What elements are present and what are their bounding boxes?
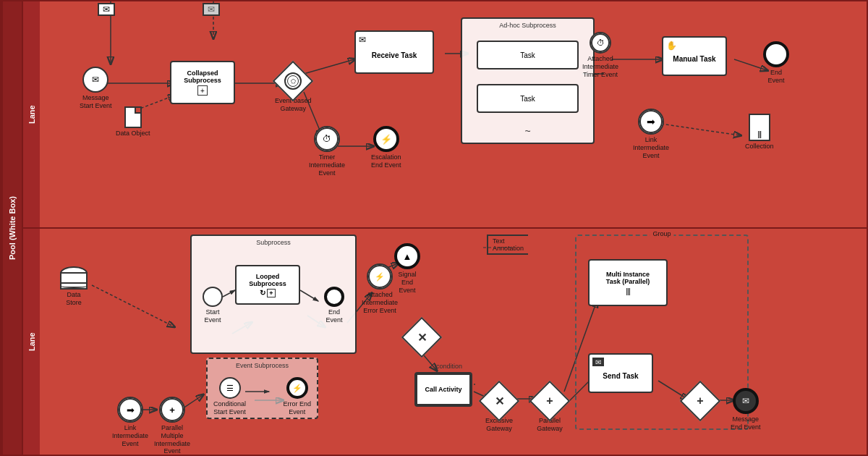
exclusive-gateway-2: ✕ ExclusiveGateway — [485, 387, 514, 433]
data-object: Data Object — [116, 106, 150, 138]
message-end-event: ✉ MessageEnd Event — [731, 388, 761, 431]
manual-task: ✋ Manual Task — [662, 36, 727, 76]
event-subprocess-box: Event Subprocess ☰ ConditionalStart Even… — [206, 358, 318, 419]
multi-instance-task: Multi InstanceTask (Parallel) ||| — [588, 259, 668, 306]
send-task: ✉ Send Task — [588, 353, 653, 393]
data-store: DataStore — [60, 266, 88, 307]
adhoc-subprocess-title: Ad-hoc Subprocess — [462, 22, 593, 29]
svg-line-11 — [734, 59, 767, 70]
collection: ||| Collection — [745, 114, 774, 151]
link-intermediate-event-left: ➡ LinkIntermediateEvent — [112, 397, 148, 447]
lane-1: Lane — [22, 1, 867, 229]
escalation-end-event: ⚡ EscalationEnd Event — [371, 126, 401, 169]
lane1-connectors — [40, 1, 867, 227]
pool-content: Lane — [22, 1, 867, 455]
message-flow-icon-1: ✉ — [98, 3, 115, 16]
attached-error-event: ⚡ AttachedIntermediateError Event — [362, 263, 398, 314]
lane-1-content: ✉ ✉ ✉ MessageStart Event Data Object — [40, 1, 867, 227]
call-activity: Call Activity — [414, 372, 472, 407]
pool: Pool (White Box) Lane — [0, 0, 868, 456]
message-flow-icon-2: ✉ — [203, 3, 220, 16]
parallel-gateway: + ParallelGateway — [535, 387, 564, 433]
svg-line-29 — [223, 290, 235, 297]
exclusive-gateway-1: ✕ — [407, 323, 436, 352]
parallel-multiple-intermediate: + ParallelMultipleIntermediateEvent — [154, 397, 190, 455]
parallel-gateway-2: + — [686, 387, 715, 415]
lane-2: Lane — [22, 229, 867, 455]
subprocess-title: Subprocess — [192, 239, 355, 246]
link-intermediate-event-r: ➡ LinkIntermediateEvent — [633, 109, 669, 159]
subprocess-box: Subprocess StartEvent LoopedSubprocess ↻… — [190, 235, 357, 354]
end-event: EndEvent — [763, 41, 789, 85]
lane-2-label: Lane — [22, 229, 40, 455]
event-based-gateway: ⬠ Event-basedGateway — [275, 67, 312, 113]
receive-task: ✉ Receive Task — [354, 30, 434, 74]
event-subprocess-title: Event Subprocess — [208, 362, 317, 369]
svg-line-30 — [300, 290, 318, 301]
condition-label: condition — [436, 363, 462, 370]
adhoc-subprocess: Ad-hoc Subprocess Task Task ~ — [461, 17, 595, 144]
collapsed-subprocess: CollapsedSubprocess + — [170, 61, 235, 104]
group-title: Group — [650, 230, 673, 237]
timer-intermediate-event: ⏱ TimerIntermediateEvent — [309, 126, 345, 177]
pool-label: Pool (White Box) — [1, 1, 22, 455]
attached-timer-event: ⏱ AttachedIntermediateTimer Event — [582, 32, 618, 78]
signal-end-event: ▲ SignalEndEvent — [394, 243, 420, 294]
message-start-event: ✉ MessageStart Event — [80, 67, 112, 110]
svg-line-13 — [92, 285, 174, 326]
lane-2-content: DataStore ➡ LinkIntermediateEvent + Para… — [40, 229, 867, 455]
lane-1-label: Lane — [22, 1, 40, 227]
